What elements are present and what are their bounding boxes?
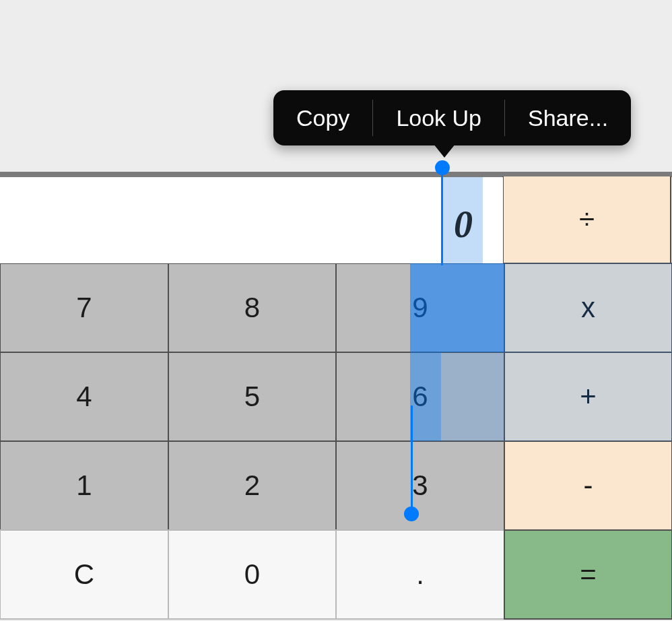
- key-2[interactable]: 2: [168, 440, 337, 531]
- selection-caret-line-top: [441, 168, 443, 265]
- context-menu-lookup[interactable]: Look Up: [373, 90, 504, 145]
- decimal-button[interactable]: .: [335, 529, 505, 620]
- context-menu-caret-icon: [434, 144, 455, 158]
- context-menu: Copy Look Up Share...: [273, 90, 631, 145]
- key-9[interactable]: 9: [335, 263, 505, 353]
- display-cell[interactable]: 0: [0, 177, 503, 263]
- selection-caret-dot-top[interactable]: [435, 160, 450, 175]
- divide-label: ÷: [579, 203, 595, 236]
- divide-button[interactable]: ÷: [502, 176, 671, 264]
- key-4[interactable]: 4: [0, 352, 169, 442]
- key-6[interactable]: 6: [335, 352, 505, 442]
- keypad-grid: 7 8 9 x 4 5 6 + 1 2 3 - C 0 . =: [0, 263, 672, 619]
- key-7[interactable]: 7: [0, 263, 169, 353]
- key-8[interactable]: 8: [168, 263, 337, 353]
- key-1[interactable]: 1: [0, 440, 169, 531]
- equals-button[interactable]: =: [504, 529, 672, 620]
- calculator-surface: 0 ÷ 7 8 9 x 4 5 6 + 1 2 3 - C 0 . =: [0, 172, 672, 619]
- key-5[interactable]: 5: [168, 352, 337, 442]
- context-menu-copy[interactable]: Copy: [273, 90, 372, 145]
- key-3[interactable]: 3: [335, 440, 505, 531]
- plus-button[interactable]: +: [504, 352, 672, 442]
- selection-caret-dot-bottom[interactable]: [404, 506, 419, 521]
- minus-button[interactable]: -: [504, 440, 672, 531]
- key-0[interactable]: 0: [168, 529, 337, 620]
- multiply-button[interactable]: x: [504, 263, 672, 353]
- display-row: 0 ÷: [0, 177, 672, 263]
- clear-button[interactable]: C: [0, 529, 169, 620]
- selection-caret-line-bottom: [411, 405, 413, 512]
- display-value: 0: [454, 203, 473, 246]
- context-menu-share[interactable]: Share...: [505, 90, 631, 145]
